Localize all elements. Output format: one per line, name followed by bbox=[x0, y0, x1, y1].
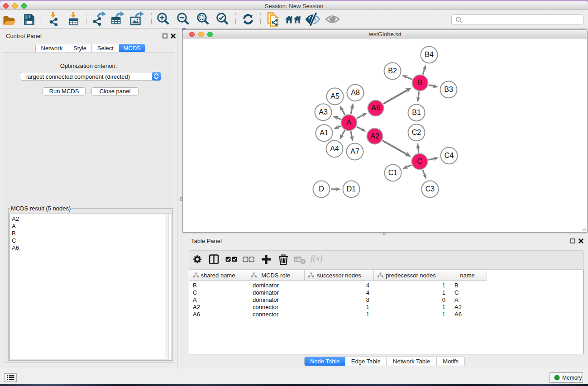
svg-text:B2: B2 bbox=[388, 67, 397, 75]
svg-text:B4: B4 bbox=[425, 51, 434, 58]
svg-text:A8: A8 bbox=[351, 89, 360, 96]
svg-text:C2: C2 bbox=[412, 129, 421, 136]
svg-text:A6: A6 bbox=[371, 104, 380, 112]
svg-text:C: C bbox=[417, 157, 422, 165]
svg-text:B: B bbox=[418, 79, 423, 86]
svg-text:A4: A4 bbox=[330, 145, 339, 152]
svg-text:C4: C4 bbox=[445, 152, 454, 159]
svg-text:A2: A2 bbox=[370, 132, 379, 140]
svg-text:A1: A1 bbox=[320, 129, 329, 137]
svg-text:A5: A5 bbox=[330, 92, 339, 100]
svg-text:A3: A3 bbox=[319, 108, 328, 116]
svg-text:D1: D1 bbox=[347, 185, 356, 193]
svg-text:A7: A7 bbox=[350, 148, 359, 155]
svg-text:B1: B1 bbox=[412, 109, 421, 116]
svg-text:C3: C3 bbox=[425, 185, 435, 193]
svg-text:C1: C1 bbox=[388, 169, 398, 176]
svg-text:D: D bbox=[319, 185, 324, 193]
svg-text:A: A bbox=[347, 119, 352, 126]
svg-text:B3: B3 bbox=[444, 86, 453, 93]
